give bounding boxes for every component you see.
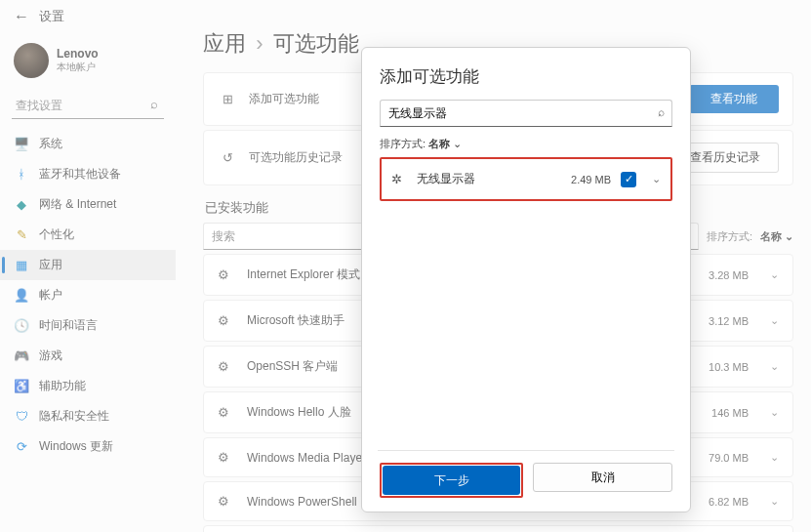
- highlighted-result: ✲ 无线显示器 2.49 MB ✓ ⌄: [380, 157, 672, 201]
- result-name: 无线显示器: [417, 171, 561, 187]
- modal-search-input[interactable]: [380, 100, 672, 127]
- feature-result-row[interactable]: ✲ 无线显示器 2.49 MB ✓ ⌄: [384, 161, 669, 197]
- search-icon: ⌕: [658, 105, 665, 119]
- add-feature-modal: 添加可选功能 ⌕ 排序方式: 名称 ⌄ ✲ 无线显示器 2.49 MB ✓ ⌄ …: [361, 47, 691, 512]
- cancel-button[interactable]: 取消: [533, 463, 672, 492]
- puzzle-icon: ✲: [391, 172, 407, 186]
- next-button[interactable]: 下一步: [383, 466, 520, 495]
- chevron-down-icon: ⌄: [652, 173, 661, 185]
- chevron-down-icon: ⌄: [453, 138, 462, 149]
- result-checkbox[interactable]: ✓: [621, 172, 636, 187]
- modal-sort[interactable]: 排序方式: 名称 ⌄: [380, 137, 672, 151]
- result-size: 2.49 MB: [571, 174, 611, 185]
- highlighted-next-button: 下一步: [380, 463, 523, 498]
- modal-title: 添加可选功能: [380, 65, 672, 88]
